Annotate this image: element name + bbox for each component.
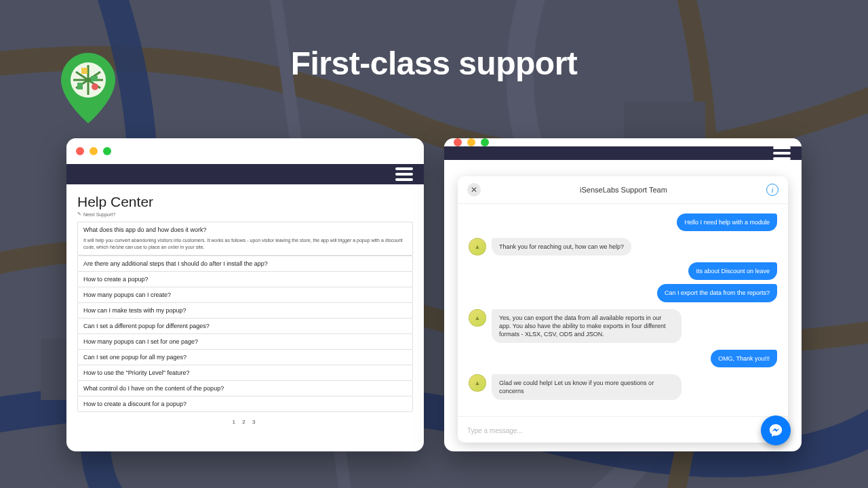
faq-item[interactable]: Can I set one popup for all my pages?: [77, 349, 413, 365]
window-nav-bar: [66, 164, 424, 184]
pagination[interactable]: 1 2 3: [77, 419, 413, 425]
chat-team-name: iSenseLabs Support Team: [580, 186, 667, 194]
message-input[interactable]: [467, 427, 778, 434]
faq-item[interactable]: How many popups can I set for one page?: [77, 333, 413, 350]
need-support-link[interactable]: ✎ Need Support?: [77, 211, 413, 217]
help-center-heading: Help Center: [77, 194, 413, 210]
user-message: Its about Discount on leave: [688, 262, 777, 280]
faq-item-expanded[interactable]: What does this app do and how does it wo…: [77, 222, 413, 256]
hamburger-icon[interactable]: [773, 146, 791, 160]
agent-avatar: [469, 238, 486, 256]
agent-avatar: [469, 374, 486, 392]
maximize-dot[interactable]: [103, 147, 111, 155]
faq-answer: It will help you convert abandoning visi…: [78, 237, 412, 255]
svg-rect-7: [81, 68, 87, 74]
map-pin-logo: [61, 53, 115, 123]
chat-messages: Hello I need help with a module Thank yo…: [458, 204, 788, 416]
chat-input-area: [458, 416, 788, 443]
agent-message: Thank you for reaching out, how can we h…: [492, 238, 631, 256]
user-message: OMG, Thank you!!!: [711, 350, 777, 367]
faq-list: Are there any additional steps that I sh…: [77, 256, 413, 412]
minimize-dot[interactable]: [467, 138, 475, 146]
agent-message: Glad we could help! Let us know if you m…: [492, 374, 682, 400]
chat-card: ✕ iSenseLabs Support Team i Hello I need…: [458, 176, 788, 443]
window-traffic-lights: [66, 138, 424, 164]
page-title: First-class support: [291, 45, 578, 82]
user-message: Hello I need help with a module: [677, 214, 777, 231]
agent-avatar: [469, 309, 486, 327]
info-icon[interactable]: i: [766, 184, 778, 196]
svg-rect-9: [77, 83, 83, 89]
close-dot[interactable]: [454, 138, 462, 146]
edit-icon: ✎: [77, 211, 81, 217]
faq-item[interactable]: How can I make tests with my popup?: [77, 302, 413, 319]
close-icon[interactable]: ✕: [467, 183, 481, 197]
chat-window: ✕ iSenseLabs Support Team i Hello I need…: [444, 138, 802, 451]
faq-item[interactable]: How many popups can I create?: [77, 287, 413, 303]
window-nav-bar: [444, 146, 802, 160]
faq-question: What does this app do and how does it wo…: [78, 222, 412, 237]
window-traffic-lights: [444, 138, 802, 146]
svg-rect-8: [91, 76, 98, 81]
minimize-dot[interactable]: [90, 147, 98, 155]
faq-item[interactable]: Can I set a different popup for differen…: [77, 318, 413, 334]
maximize-dot[interactable]: [481, 138, 489, 146]
close-dot[interactable]: [76, 147, 84, 155]
faq-item[interactable]: Are there any additional steps that I sh…: [77, 256, 413, 272]
faq-item[interactable]: What control do I have on the content of…: [77, 380, 413, 396]
help-center-window: Help Center ✎ Need Support? What does th…: [66, 138, 424, 451]
faq-item[interactable]: How to create a popup?: [77, 271, 413, 287]
faq-item[interactable]: How to use the "Priority Level" feature?: [77, 365, 413, 381]
hamburger-icon[interactable]: [395, 167, 413, 181]
user-message: Can I export the data from the reports?: [657, 284, 777, 302]
faq-item[interactable]: How to create a discount for a popup?: [77, 396, 413, 412]
agent-message: Yes, you can export the data from all av…: [492, 309, 682, 343]
svg-point-10: [92, 83, 98, 90]
